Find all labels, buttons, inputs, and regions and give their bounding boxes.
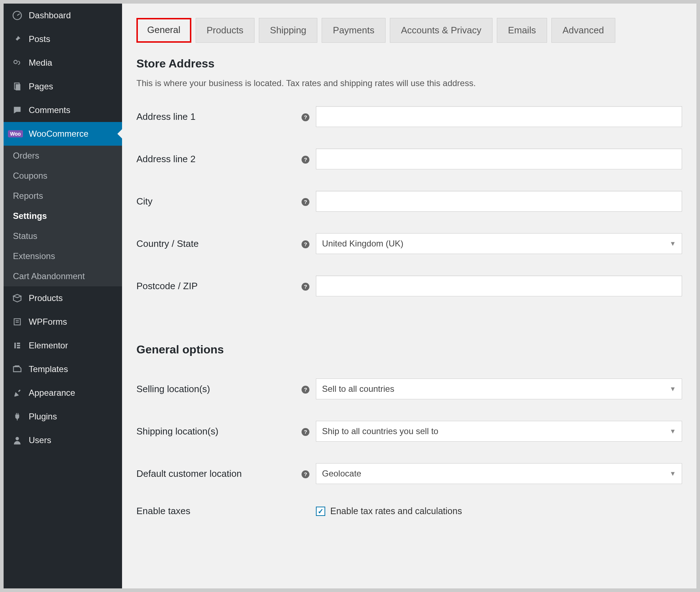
label-default-customer-location: Default customer location <box>136 468 302 479</box>
sidebar-item-templates[interactable]: Templates <box>4 357 122 381</box>
help-icon[interactable]: ? <box>302 239 316 248</box>
country-select[interactable]: United Kingdom (UK) ▼ <box>316 233 682 254</box>
wpforms-icon <box>11 316 24 327</box>
admin-sidebar: Dashboard Posts Media Pages Comments Woo… <box>4 4 122 588</box>
svg-rect-10 <box>17 347 20 348</box>
tab-advanced[interactable]: Advanced <box>551 18 615 43</box>
selling-value: Sell to all countries <box>322 384 394 394</box>
selling-locations-select[interactable]: Sell to all countries ▼ <box>316 379 682 399</box>
label-country: Country / State <box>136 238 302 249</box>
chevron-down-icon: ▼ <box>669 428 676 435</box>
address1-input[interactable] <box>316 106 682 127</box>
enable-taxes-checkbox-row[interactable]: ✓ Enable tax rates and calculations <box>316 506 682 516</box>
sidebar-item-users[interactable]: Users <box>4 428 122 452</box>
postcode-input[interactable] <box>316 276 682 296</box>
row-selling-locations: Selling location(s) ? Sell to all countr… <box>136 379 682 399</box>
sidebar-label: Appearance <box>29 388 75 398</box>
sidebar-item-media[interactable]: Media <box>4 51 122 75</box>
sidebar-item-comments[interactable]: Comments <box>4 98 122 122</box>
settings-tabs: General Products Shipping Payments Accou… <box>136 18 682 43</box>
svg-point-11 <box>15 437 19 440</box>
help-icon[interactable]: ? <box>302 384 316 394</box>
templates-icon <box>11 364 24 375</box>
svg-point-1 <box>14 60 17 64</box>
submenu-status[interactable]: Status <box>4 226 122 246</box>
sidebar-item-products[interactable]: Products <box>4 286 122 310</box>
sidebar-label: Pages <box>29 81 53 91</box>
help-icon[interactable]: ? <box>302 154 316 164</box>
shipping-value: Ship to all countries you sell to <box>322 426 438 436</box>
sidebar-label: Plugins <box>29 412 57 422</box>
help-icon[interactable]: ? <box>302 469 316 478</box>
plugins-icon <box>11 411 24 422</box>
submenu-extensions[interactable]: Extensions <box>4 246 122 266</box>
sidebar-label: Templates <box>29 364 68 374</box>
svg-rect-7 <box>14 343 16 348</box>
row-enable-taxes: Enable taxes ✓ Enable tax rates and calc… <box>136 506 682 517</box>
tab-accounts-privacy[interactable]: Accounts & Privacy <box>390 18 493 43</box>
shipping-locations-select[interactable]: Ship to all countries you sell to ▼ <box>316 421 682 442</box>
country-value: United Kingdom (UK) <box>322 239 403 249</box>
sidebar-label: Dashboard <box>29 10 71 20</box>
row-postcode: Postcode / ZIP ? <box>136 276 682 296</box>
help-icon[interactable]: ? <box>302 112 316 121</box>
row-city: City ? <box>136 191 682 212</box>
label-selling-locations: Selling location(s) <box>136 384 302 395</box>
submenu-settings[interactable]: Settings <box>4 206 122 226</box>
sidebar-item-posts[interactable]: Posts <box>4 27 122 51</box>
row-country: Country / State ? United Kingdom (UK) ▼ <box>136 233 682 254</box>
tab-emails[interactable]: Emails <box>497 18 547 43</box>
enable-taxes-checkbox[interactable]: ✓ <box>316 507 325 516</box>
row-address1: Address line 1 ? <box>136 106 682 127</box>
tab-products[interactable]: Products <box>196 18 255 43</box>
sidebar-label: WPForms <box>29 317 67 327</box>
sidebar-item-plugins[interactable]: Plugins <box>4 405 122 428</box>
help-icon[interactable]: ? <box>302 197 316 206</box>
media-icon <box>11 57 24 68</box>
woocommerce-submenu: Orders Coupons Reports Settings Status E… <box>4 146 122 286</box>
sidebar-item-dashboard[interactable]: Dashboard <box>4 4 122 27</box>
store-address-title: Store Address <box>136 57 682 70</box>
sidebar-item-wpforms[interactable]: WPForms <box>4 310 122 334</box>
default-location-select[interactable]: Geolocate ▼ <box>316 463 682 484</box>
users-icon <box>11 435 24 446</box>
store-address-description: This is where your business is located. … <box>136 78 682 88</box>
pages-icon <box>11 81 24 92</box>
address2-input[interactable] <box>316 149 682 169</box>
sidebar-label: Comments <box>29 105 70 115</box>
default-loc-value: Geolocate <box>322 469 361 479</box>
products-icon <box>11 293 24 304</box>
submenu-reports[interactable]: Reports <box>4 186 122 206</box>
tab-shipping[interactable]: Shipping <box>259 18 317 43</box>
label-city: City <box>136 196 302 207</box>
sidebar-label: Products <box>29 293 63 303</box>
submenu-coupons[interactable]: Coupons <box>4 166 122 186</box>
chevron-down-icon: ▼ <box>669 470 676 478</box>
sidebar-label: Posts <box>29 34 50 44</box>
svg-rect-9 <box>17 345 20 346</box>
dashboard-icon <box>11 10 24 21</box>
submenu-cart-abandonment[interactable]: Cart Abandonment <box>4 266 122 286</box>
general-options-title: General options <box>136 343 682 356</box>
elementor-icon <box>11 340 24 351</box>
help-icon[interactable]: ? <box>302 427 316 436</box>
chevron-down-icon: ▼ <box>669 385 676 393</box>
tab-payments[interactable]: Payments <box>322 18 386 43</box>
row-shipping-locations: Shipping location(s) ? Ship to all count… <box>136 421 682 442</box>
sidebar-item-elementor[interactable]: Elementor <box>4 334 122 357</box>
sidebar-label: Elementor <box>29 340 68 351</box>
appearance-icon <box>11 387 24 398</box>
sidebar-item-appearance[interactable]: Appearance <box>4 381 122 405</box>
help-icon[interactable]: ? <box>302 281 316 291</box>
chevron-down-icon: ▼ <box>669 240 676 248</box>
label-shipping-locations: Shipping location(s) <box>136 426 302 437</box>
sidebar-item-woocommerce[interactable]: Woo WooCommerce <box>4 122 122 146</box>
sidebar-item-pages[interactable]: Pages <box>4 75 122 98</box>
sidebar-label: Media <box>29 58 52 68</box>
city-input[interactable] <box>316 191 682 212</box>
label-address2: Address line 2 <box>136 154 302 165</box>
sidebar-label: WooCommerce <box>29 129 88 139</box>
label-address1: Address line 1 <box>136 111 302 122</box>
submenu-orders[interactable]: Orders <box>4 146 122 166</box>
tab-general[interactable]: General <box>136 18 191 43</box>
